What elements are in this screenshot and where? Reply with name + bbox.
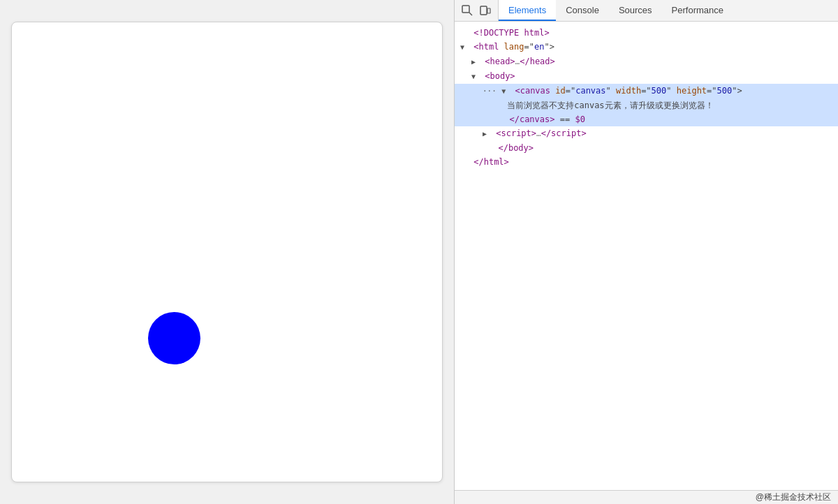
tab-performance[interactable]: Performance (662, 0, 733, 21)
inspect-element-icon[interactable] (460, 3, 474, 17)
devtools-panel: Elements Console Sources Performance <!D… (454, 0, 838, 504)
dom-line-body-open[interactable]: <body> (455, 69, 838, 84)
statusbar-text: @稀土掘金技术社区 (756, 491, 831, 503)
tab-elements[interactable]: Elements (499, 0, 556, 21)
devtools-icon-group (455, 0, 499, 21)
svg-line-1 (469, 13, 472, 15)
dom-line-html[interactable]: <html lang="en"> (455, 40, 838, 54)
dom-line-doctype[interactable]: <!DOCTYPE html> (455, 26, 838, 40)
svg-rect-0 (462, 6, 469, 13)
canvas-blue-circle (148, 312, 200, 364)
dom-line-head[interactable]: <head>…</head> (455, 54, 838, 69)
svg-rect-2 (480, 6, 487, 15)
dom-line-canvas-close[interactable]: </canvas> == $0 (455, 112, 838, 126)
dom-line-body-close[interactable]: </body> (455, 141, 838, 155)
browser-viewport (0, 0, 454, 504)
dom-line-canvas-text[interactable]: 当前浏览器不支持canvas元素，请升级或更换浏览器！ (455, 98, 838, 112)
dom-line-script[interactable]: <script>…</script> (455, 126, 838, 141)
page-frame (11, 22, 443, 482)
svg-rect-3 (487, 8, 490, 13)
devtools-toolbar: Elements Console Sources Performance (455, 0, 838, 22)
devtools-tabs: Elements Console Sources Performance (499, 0, 733, 21)
device-toolbar-icon[interactable] (478, 3, 492, 17)
devtools-statusbar: @稀土掘金技术社区 (455, 490, 838, 504)
tab-console[interactable]: Console (556, 0, 609, 21)
dom-line-canvas-open[interactable]: ··· <canvas id="canvas" width="500" heig… (455, 84, 838, 98)
tab-sources[interactable]: Sources (609, 0, 662, 21)
dom-line-html-close[interactable]: </html> (455, 155, 838, 169)
devtools-dom-tree: <!DOCTYPE html> <html lang="en"> <head>…… (455, 22, 838, 490)
